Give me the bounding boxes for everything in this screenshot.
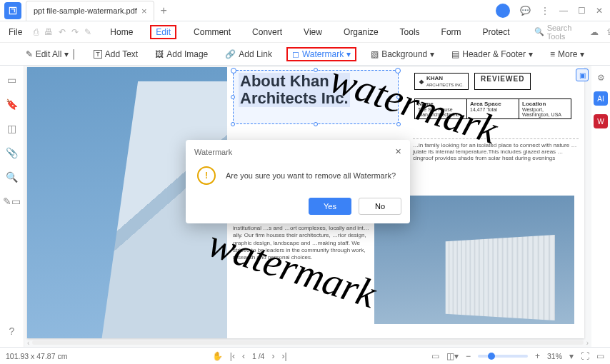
search-placeholder: Search Tools	[547, 24, 572, 41]
menu-protect[interactable]: Protect	[479, 25, 514, 39]
page-total: /4	[259, 352, 265, 360]
reviewed-stamp: REVIEWED	[474, 73, 531, 90]
new-tab-button[interactable]: +	[160, 4, 166, 17]
edit-toolbar: ✎ Edit All ▾ │ TAdd Text 🖼 Add Image 🔗 A…	[0, 43, 610, 66]
dialog-close-icon[interactable]: ✕	[395, 147, 401, 156]
layout-icon[interactable]: ◫▾	[446, 351, 459, 361]
menu-form[interactable]: Form	[437, 25, 466, 39]
watermark-button[interactable]: ◻ Watermark ▾	[286, 47, 356, 61]
maximize-icon[interactable]: ☐	[578, 6, 586, 16]
next-page-icon[interactable]: ›	[271, 351, 274, 361]
zoom-dropdown-icon[interactable]: ▾	[569, 351, 574, 361]
kebab-icon[interactable]: ⋮	[541, 6, 549, 16]
last-page-icon[interactable]: ›|	[281, 351, 286, 361]
info-name-label: Name	[418, 101, 464, 107]
print-icon[interactable]: 🖶	[44, 27, 53, 37]
no-button[interactable]: No	[359, 198, 401, 215]
first-page-icon[interactable]: |‹	[230, 351, 235, 361]
quick-access-toolbar: ⎙ 🖶 ↶ ↷ ✎	[34, 27, 91, 37]
info-loc-label: Location	[522, 101, 568, 107]
bookmarks-icon[interactable]: 🔖	[6, 98, 18, 110]
menu-organize[interactable]: Organize	[339, 25, 383, 39]
menu-comment[interactable]: Comment	[189, 25, 235, 39]
close-tab-icon[interactable]: ×	[141, 6, 147, 16]
info-name-val: The Sea House Kian Architects Inc	[418, 107, 459, 117]
chat-icon[interactable]: 💬	[520, 6, 531, 16]
more-button[interactable]: ≡ More ▾	[547, 47, 587, 61]
info-loc-val: Westport, Washington, USA	[522, 107, 561, 117]
search-panel-icon[interactable]: 🔍	[6, 171, 18, 183]
title-line-1: About Khan	[240, 72, 329, 90]
search-icon: 🔍	[534, 27, 544, 36]
background-button[interactable]: ▧ Background ▾	[368, 47, 437, 61]
logo-sub: ARCHITECTS INC.	[426, 83, 464, 87]
logo-name: KHAN	[426, 75, 443, 81]
info-area-label: Area Space	[470, 101, 516, 107]
dialog-title: Watermark	[194, 148, 232, 156]
main-menu: Home Edit Comment Convert View Organize …	[106, 25, 514, 39]
layers-icon[interactable]: ◫	[7, 123, 16, 134]
right-sidebar: ⚙ AI W	[591, 66, 610, 347]
add-link-button[interactable]: 🔗 Add Link	[222, 47, 275, 61]
background-label: Background	[381, 49, 427, 59]
status-bar: 101.93 x 47.87 cm ✋ |‹ ‹ 1 /4 › ›| ▭ ◫▾ …	[0, 347, 610, 364]
word-badge[interactable]: W	[594, 114, 608, 128]
left-sidebar: ▭ 🔖 ◫ 📎 🔍 ✎▭ ?	[0, 66, 24, 347]
more-label: More	[558, 49, 577, 59]
help-icon[interactable]: ?	[9, 325, 15, 337]
undo-icon[interactable]: ↶	[59, 27, 66, 37]
minimize-icon[interactable]: —	[559, 6, 568, 16]
header-footer-button[interactable]: ▤ Header & Footer ▾	[449, 47, 536, 61]
share-icon[interactable]: ⇪	[606, 27, 610, 37]
fullscreen-icon[interactable]: ⛶	[581, 351, 589, 361]
menu-convert[interactable]: Convert	[248, 25, 286, 39]
title-line-2: Architects Inc.	[240, 89, 349, 107]
fit-page-icon[interactable]: ▭	[431, 351, 439, 361]
add-image-button[interactable]: 🖼 Add Image	[152, 47, 211, 61]
info-table: NameThe Sea House Kian Architects Inc Ar…	[414, 98, 571, 119]
horizontal-scrollbar[interactable]: ‹›	[24, 338, 591, 347]
read-mode-icon[interactable]: ▭	[596, 351, 604, 361]
warning-icon: !	[197, 166, 216, 185]
zoom-in-icon[interactable]: +	[535, 351, 540, 361]
save-icon[interactable]: ⎙	[34, 27, 39, 37]
dialog-message: Are you sure you want to remove all Wate…	[226, 171, 396, 180]
menu-home[interactable]: Home	[106, 25, 137, 39]
title-bar: ppt file-sample-watermark.pdf × + 💬 ⋮ — …	[0, 0, 610, 21]
edit-all-button[interactable]: ✎ Edit All ▾ │	[23, 47, 80, 61]
intro-paragraph: …in family looking for an isolated place…	[413, 138, 579, 161]
zoom-out-icon[interactable]: −	[466, 351, 471, 361]
close-window-icon[interactable]: ✕	[596, 6, 603, 16]
document-tab[interactable]: ppt file-sample-watermark.pdf ×	[26, 1, 154, 21]
watermark-label: Watermark	[302, 49, 344, 59]
header-footer-label: Header & Footer	[462, 49, 526, 59]
attachments-icon[interactable]: 📎	[6, 147, 18, 158]
info-area-val: 14,477 Total	[470, 107, 497, 112]
zoom-slider[interactable]	[478, 355, 528, 358]
user-avatar[interactable]	[496, 4, 510, 18]
properties-icon[interactable]: ⚙	[597, 73, 605, 83]
fields-icon[interactable]: ✎▭	[3, 196, 21, 207]
thumbnails-icon[interactable]: ▭	[7, 74, 16, 86]
ai-badge[interactable]: AI	[594, 91, 608, 106]
hand-tool-icon[interactable]: ✋	[212, 351, 223, 361]
company-logo: ◆ KHANARCHITECTS INC.	[414, 73, 469, 90]
add-text-button[interactable]: TAdd Text	[91, 47, 141, 61]
menu-view[interactable]: View	[299, 25, 326, 39]
page-indicator[interactable]: 1 /4	[252, 352, 265, 360]
menu-tools[interactable]: Tools	[396, 25, 424, 39]
menu-bar: File ⎙ 🖶 ↶ ↷ ✎ Home Edit Comment Convert…	[0, 21, 610, 43]
floating-tool-badge[interactable]: ▣	[576, 69, 589, 81]
yes-button[interactable]: Yes	[309, 198, 351, 215]
cloud-icon[interactable]: ☁	[590, 27, 599, 37]
prev-page-icon[interactable]: ‹	[242, 351, 245, 361]
brush-icon[interactable]: ✎	[84, 27, 91, 37]
file-menu[interactable]: File	[4, 26, 26, 39]
menu-edit[interactable]: Edit	[150, 25, 176, 39]
page-current: 1	[252, 352, 256, 360]
cursor-coords: 101.93 x 47.87 cm	[6, 352, 67, 360]
document-title[interactable]: About Khan Architects Inc.	[239, 73, 350, 107]
zoom-value: 31%	[547, 352, 562, 360]
redo-icon[interactable]: ↷	[71, 27, 79, 37]
search-tools[interactable]: 🔍 Search Tools	[534, 24, 572, 41]
